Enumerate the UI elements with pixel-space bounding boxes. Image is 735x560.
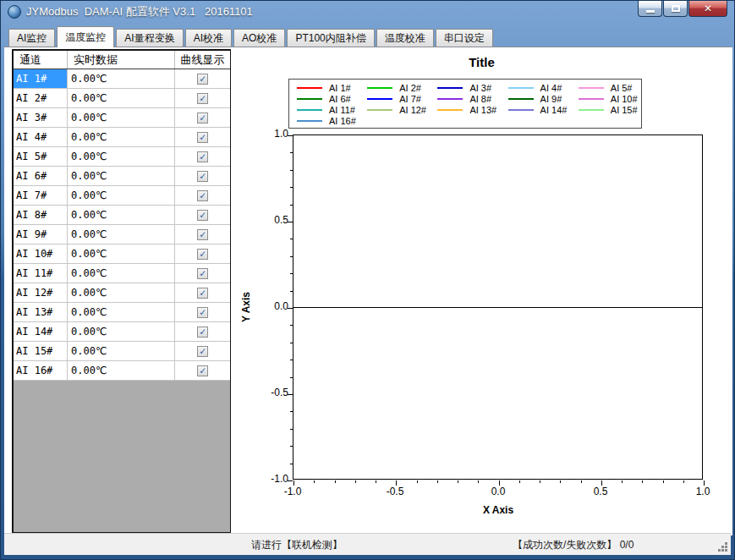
channel-cell[interactable]: AI 5# xyxy=(14,147,68,166)
tab-4[interactable]: AI校准 xyxy=(185,29,232,47)
legend-item: AI 7# xyxy=(359,93,430,104)
tab-page-temperature-monitor: 通道 实时数据 曲线显示 AI 1#0.00℃✓AI 2#0.00℃✓AI 3#… xyxy=(4,47,731,533)
chart-title: Title xyxy=(231,55,732,69)
curve-display-checkbox[interactable]: ✓ xyxy=(197,268,208,279)
channel-cell[interactable]: AI 14# xyxy=(14,322,68,341)
resize-grip-icon[interactable] xyxy=(725,549,727,552)
curve-display-checkbox[interactable]: ✓ xyxy=(197,171,208,182)
tab-6[interactable]: PT100内阻补偿 xyxy=(287,29,374,47)
table-row[interactable]: AI 8#0.00℃✓ xyxy=(14,206,230,225)
title-bar[interactable]: JYModbus DAM-AI 配置软件 V3.1 20161101 ✕ xyxy=(1,1,734,24)
legend-line-swatch xyxy=(297,109,322,111)
x-tick-label: -1.0 xyxy=(284,486,302,497)
curve-checkbox-cell: ✓ xyxy=(175,108,230,127)
curve-display-checkbox[interactable]: ✓ xyxy=(197,346,208,357)
legend-label: AI 16# xyxy=(329,116,356,126)
chart-legend: AI 1#AI 2#AI 3#AI 4#AI 5#AI 6#AI 7#AI 8#… xyxy=(288,79,642,129)
realtime-value-cell: 0.00℃ xyxy=(68,322,175,341)
curve-display-checkbox[interactable]: ✓ xyxy=(197,210,208,221)
tab-1[interactable]: AI监控 xyxy=(8,29,55,47)
channel-cell[interactable]: AI 9# xyxy=(14,225,68,244)
x-tick-label: -0.5 xyxy=(387,486,404,497)
table-row[interactable]: AI 4#0.00℃✓ xyxy=(14,128,230,147)
app-icon xyxy=(8,5,21,19)
curve-display-checkbox[interactable]: ✓ xyxy=(197,132,208,143)
status-bar: 请进行【联机检测】 【成功次数/失败次数】 0/0 xyxy=(4,533,731,555)
table-row[interactable]: AI 10#0.00℃✓ xyxy=(14,244,230,264)
legend-line-swatch xyxy=(579,109,604,111)
legend-label: AI 10# xyxy=(611,94,638,104)
curve-checkbox-cell: ✓ xyxy=(175,186,230,205)
y-tick-label: 0.5 xyxy=(253,214,288,226)
realtime-value-cell: 0.00℃ xyxy=(68,206,175,224)
channel-cell[interactable]: AI 7# xyxy=(14,186,68,205)
legend-item: AI 5# xyxy=(571,82,641,93)
legend-line-swatch xyxy=(297,120,322,122)
curve-display-checkbox[interactable]: ✓ xyxy=(197,327,208,338)
table-row[interactable]: AI 3#0.00℃✓ xyxy=(14,108,230,128)
channel-cell[interactable]: AI 3# xyxy=(14,108,68,127)
table-row[interactable]: AI 14#0.00℃✓ xyxy=(14,322,230,342)
table-row[interactable]: AI 16#0.00℃✓ xyxy=(14,361,230,381)
legend-line-swatch xyxy=(367,98,392,100)
minimize-button[interactable] xyxy=(638,1,662,17)
table-row[interactable]: AI 7#0.00℃✓ xyxy=(14,186,230,206)
tab-5[interactable]: AO校准 xyxy=(233,29,285,47)
close-button[interactable]: ✕ xyxy=(688,1,727,17)
channel-cell[interactable]: AI 12# xyxy=(14,283,68,302)
tab-8[interactable]: 串口设定 xyxy=(436,29,493,47)
channel-cell[interactable]: AI 4# xyxy=(14,128,68,146)
legend-label: AI 2# xyxy=(399,83,421,93)
legend-item: AI 1# xyxy=(289,82,359,93)
y-tick-labels: 1.00.50.0-0.5-1.0 xyxy=(253,135,288,480)
x-tick-labels: -1.0-0.50.00.51.0 xyxy=(293,486,704,499)
curve-display-checkbox[interactable]: ✓ xyxy=(197,229,208,240)
table-row[interactable]: AI 6#0.00℃✓ xyxy=(14,167,230,186)
channel-cell[interactable]: AI 13# xyxy=(14,303,68,321)
curve-display-checkbox[interactable]: ✓ xyxy=(197,151,208,162)
channel-cell[interactable]: AI 10# xyxy=(14,244,68,263)
tab-3[interactable]: AI量程变换 xyxy=(116,29,183,47)
table-row[interactable]: AI 11#0.00℃✓ xyxy=(14,264,230,283)
table-row[interactable]: AI 13#0.00℃✓ xyxy=(14,303,230,322)
x-tick-label: 1.0 xyxy=(696,486,710,497)
tab-7[interactable]: 温度校准 xyxy=(376,29,434,47)
table-row[interactable]: AI 2#0.00℃✓ xyxy=(14,89,230,108)
legend-label: AI 3# xyxy=(469,83,491,93)
channel-cell[interactable]: AI 2# xyxy=(14,89,68,107)
tab-2[interactable]: 温度监控 xyxy=(57,26,114,47)
table-row[interactable]: AI 5#0.00℃✓ xyxy=(14,147,230,167)
curve-checkbox-cell: ✓ xyxy=(175,322,230,341)
realtime-value-cell: 0.00℃ xyxy=(68,147,175,166)
curve-checkbox-cell: ✓ xyxy=(175,167,230,185)
channel-cell[interactable]: AI 16# xyxy=(14,361,68,380)
channel-cell[interactable]: AI 11# xyxy=(14,264,68,283)
table-row[interactable]: AI 12#0.00℃✓ xyxy=(14,283,230,303)
curve-display-checkbox[interactable]: ✓ xyxy=(197,307,208,318)
legend-item: AI 14# xyxy=(501,104,571,115)
curve-display-checkbox[interactable]: ✓ xyxy=(197,190,208,201)
realtime-value-cell: 0.00℃ xyxy=(68,244,175,263)
legend-item: AI 2# xyxy=(359,82,430,93)
table-row[interactable]: AI 9#0.00℃✓ xyxy=(14,225,230,244)
curve-display-checkbox[interactable]: ✓ xyxy=(197,365,208,376)
x-tick-label: 0.5 xyxy=(594,486,608,497)
channel-cell[interactable]: AI 1# xyxy=(14,69,68,88)
curve-display-checkbox[interactable]: ✓ xyxy=(197,249,208,260)
x-tick-label: 0.0 xyxy=(491,486,506,497)
curve-display-checkbox[interactable]: ✓ xyxy=(197,288,208,299)
channel-cell[interactable]: AI 6# xyxy=(14,167,68,185)
channel-cell[interactable]: AI 15# xyxy=(14,342,68,360)
curve-display-checkbox[interactable]: ✓ xyxy=(197,93,208,104)
legend-item: AI 16# xyxy=(289,115,359,126)
table-row[interactable]: AI 1#0.00℃✓ xyxy=(14,69,230,89)
curve-display-checkbox[interactable]: ✓ xyxy=(197,74,208,85)
legend-item: AI 8# xyxy=(430,93,500,104)
table-row[interactable]: AI 15#0.00℃✓ xyxy=(14,342,230,361)
curve-display-checkbox[interactable]: ✓ xyxy=(197,113,208,124)
legend-item: AI 3# xyxy=(430,82,500,93)
maximize-button[interactable] xyxy=(663,1,688,17)
curve-checkbox-cell: ✓ xyxy=(175,283,230,302)
curve-checkbox-cell: ✓ xyxy=(175,342,230,360)
channel-cell[interactable]: AI 8# xyxy=(14,206,68,224)
